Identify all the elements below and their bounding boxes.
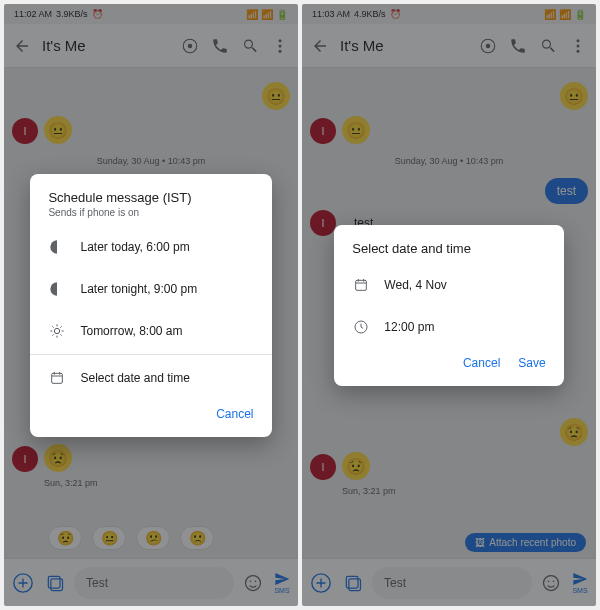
half-moon-icon [48,238,66,256]
dialog-title: Select date and time [334,241,563,264]
datetime-dialog: Select date and time Wed, 4 Nov 12:00 pm… [334,225,563,386]
calendar-icon [48,369,66,387]
dialog-title: Schedule message (IST) [30,190,271,205]
date-row[interactable]: Wed, 4 Nov [334,264,563,306]
half-moon-icon [48,280,66,298]
dialog-subtitle: Sends if phone is on [30,205,271,226]
svg-line-17 [61,334,62,335]
schedule-dialog: Schedule message (IST) Sends if phone is… [30,174,271,437]
svg-rect-20 [52,373,63,383]
cancel-button[interactable]: Cancel [463,356,500,370]
svg-point-11 [55,328,60,333]
svg-line-19 [61,326,62,327]
sun-icon [48,322,66,340]
modal-overlay[interactable]: Schedule message (IST) Sends if phone is… [4,4,298,606]
clock-icon [352,318,370,336]
option-tomorrow[interactable]: Tomorrow, 8:00 am [30,310,271,352]
phone-right: 11:03 AM 4.9KB/s ⏰ 📶 📶 🔋 It's Me 😐 I 😐 S… [302,4,596,606]
modal-overlay[interactable]: Select date and time Wed, 4 Nov 12:00 pm… [302,4,596,606]
option-later-tonight[interactable]: Later tonight, 9:00 pm [30,268,271,310]
svg-line-18 [53,334,54,335]
phone-left: 11:02 AM 3.9KB/s ⏰ 📶 📶 🔋 It's Me 😐 I 😐 S… [4,4,298,606]
option-later-today[interactable]: Later today, 6:00 pm [30,226,271,268]
save-button[interactable]: Save [518,356,545,370]
time-row[interactable]: 12:00 pm [334,306,563,348]
calendar-icon [352,276,370,294]
svg-line-16 [53,326,54,327]
svg-rect-35 [356,280,367,290]
option-select-datetime[interactable]: Select date and time [30,357,271,399]
cancel-button[interactable]: Cancel [216,407,253,421]
